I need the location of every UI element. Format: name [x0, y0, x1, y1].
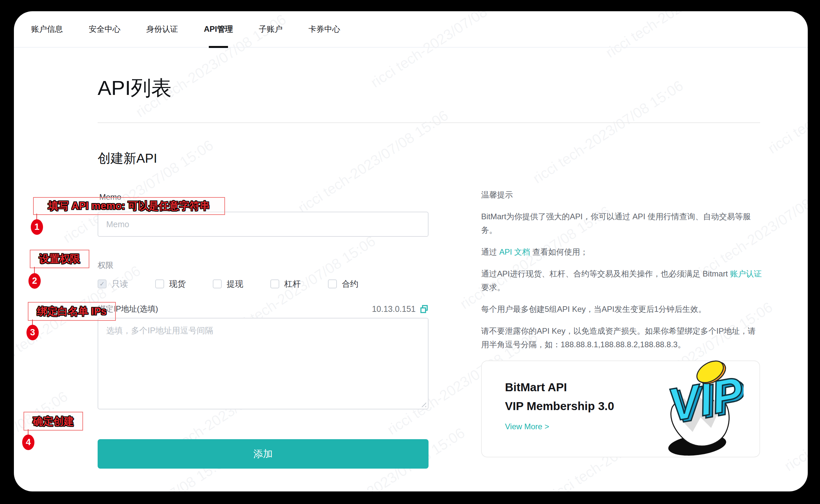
annotation-step3-box: 绑定白名单 IPs [28, 302, 116, 321]
current-ip-value: 10.13.0.151 [372, 304, 416, 314]
watermark: ricci tech-2023/07/08 15:06 [765, 47, 808, 157]
vip-egg-illustration: VIP VIP [661, 357, 744, 459]
tips-paragraph-4: 每个用户最多创建5组API Key，当API发生变更后1分钟后生效。 [481, 302, 763, 316]
annotation-step4-badge: 4 [22, 435, 34, 450]
tips-paragraph-3: 通过API进行现货、杠杆、合约等交易及相关操作，也必须满足 Bitmart 账户… [481, 267, 763, 294]
ip-row: 绑定IP地址(选填) 10.13.0.151 [98, 304, 429, 314]
watermark: ricci tech-2023/07/08 15:06 [781, 365, 808, 474]
account-verification-link[interactable]: 账户认证 [730, 269, 762, 278]
checkbox-spot[interactable] [155, 279, 164, 288]
tips-text: 查看如何使用； [530, 247, 588, 256]
annotation-step4-box: 确定创建 [23, 412, 83, 431]
section-title-create-api: 创建新API [98, 149, 157, 167]
permission-withdraw[interactable]: 提现 [213, 278, 243, 289]
divider [98, 122, 760, 123]
annotation-step1-line [36, 214, 37, 220]
tips-paragraph-2: 通过 API 文档 查看如何使用； [481, 245, 763, 259]
watermark: ricci tech-2023/07/08 15:06 [530, 77, 686, 187]
tips-paragraph-1: BitMart为你提供了强大的API，你可以通过 API 使用行情查询、自动交易… [481, 210, 763, 237]
annotation-step1-badge: 1 [31, 219, 43, 235]
permission-label: 提现 [227, 278, 243, 289]
annotation-step3-badge: 3 [26, 325, 39, 340]
permission-label: 现货 [169, 278, 186, 289]
permissions-row: ✓ 只读 现货 提现 杠杆 合约 [98, 278, 358, 289]
checkbox-futures[interactable] [328, 279, 337, 288]
vip-membership-card[interactable]: BitMart API VIP Membership 3.0 View More… [481, 360, 760, 457]
tips-text: 通过API进行现货、杠杆、合约等交易及相关操作，也必须满足 Bitmart [481, 269, 730, 278]
permission-label: 杠杆 [284, 278, 301, 289]
tab-identity-verification[interactable]: 身份认证 [146, 11, 178, 47]
annotation-step1-box: 填写 API memo: 可以是任意字符串 [33, 197, 225, 215]
annotation-step4-line [28, 429, 28, 435]
permission-label: 只读 [111, 278, 128, 289]
ip-whitelist-textarea[interactable] [98, 318, 429, 409]
checkbox-readonly-checked[interactable]: ✓ [98, 279, 107, 288]
tab-security-center[interactable]: 安全中心 [89, 11, 120, 47]
tips-title: 温馨提示 [481, 188, 763, 201]
tips-panel: 温馨提示 BitMart为你提供了强大的API，你可以通过 API 使用行情查询… [481, 188, 763, 359]
ip-textarea-wrap [98, 318, 429, 409]
tab-card-center[interactable]: 卡券中心 [308, 11, 340, 47]
api-docs-link[interactable]: API 文档 [499, 247, 530, 256]
checkbox-withdraw[interactable] [213, 279, 222, 288]
checkbox-margin[interactable] [270, 279, 279, 288]
top-nav: 账户信息 安全中心 身份认证 API管理 子账户 卡券中心 [14, 11, 808, 48]
annotation-step2-line [34, 267, 35, 273]
annotation-step2-badge: 2 [28, 273, 41, 289]
tab-sub-account[interactable]: 子账户 [259, 11, 282, 47]
tips-text: 通过 [481, 247, 499, 256]
add-api-button[interactable]: 添加 [98, 439, 429, 469]
page-title: API列表 [98, 74, 172, 102]
permission-margin[interactable]: 杠杆 [270, 278, 301, 289]
watermark: ricci tech-2023/07/08 15:06 [295, 107, 451, 216]
screenshot-frame: ricci tech-2023/07/08 15:06 ricci tech-2… [0, 0, 820, 504]
memo-input[interactable] [98, 212, 429, 237]
permission-label: 合约 [342, 278, 358, 289]
permission-readonly[interactable]: ✓ 只读 [98, 278, 128, 289]
annotation-step3-line [32, 319, 33, 325]
permission-futures[interactable]: 合约 [328, 278, 358, 289]
permissions-label: 权限 [98, 260, 113, 271]
annotation-step2-box: 设置权限 [30, 250, 89, 268]
copy-icon[interactable] [420, 305, 429, 314]
view-more-link[interactable]: View More > [505, 422, 549, 431]
tab-api-management[interactable]: API管理 [204, 11, 233, 47]
permission-spot[interactable]: 现货 [155, 278, 186, 289]
account-page: ricci tech-2023/07/08 15:06 ricci tech-2… [14, 11, 808, 491]
tips-text: 要求。 [481, 283, 505, 292]
tab-account-info[interactable]: 账户信息 [31, 11, 63, 47]
tips-paragraph-5: 请不要泄露你的API Key，以免造成资产损失。如果你希望绑定多个IP地址，请用… [481, 324, 763, 351]
